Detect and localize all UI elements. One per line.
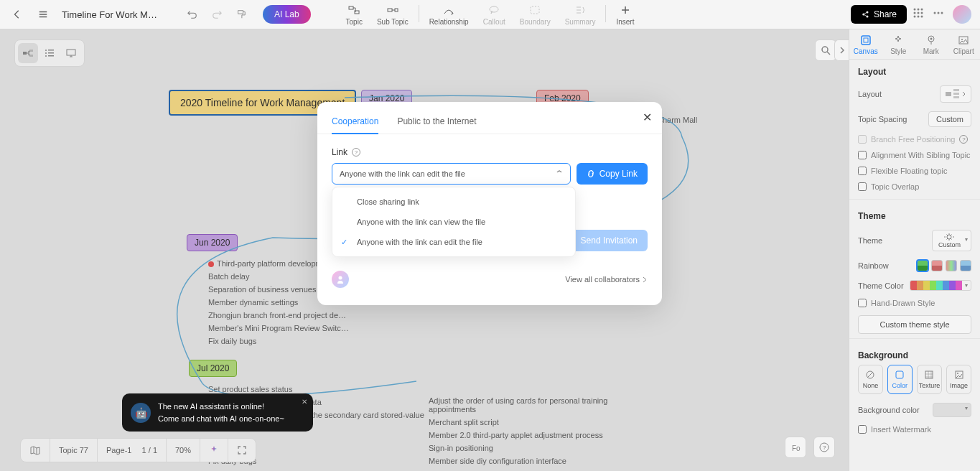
svg-point-52 bbox=[339, 276, 342, 280]
collaborator-avatar[interactable] bbox=[332, 271, 349, 288]
share-modal: ✕ Cooperation Public to the Internet Lin… bbox=[317, 102, 662, 305]
tab-public[interactable]: Public to the Internet bbox=[397, 116, 476, 134]
info-icon[interactable]: ? bbox=[352, 148, 360, 157]
link-label: Link bbox=[332, 147, 347, 157]
link-permission-select[interactable]: Anyone with the link can edit the file bbox=[332, 163, 571, 185]
view-all-label: View all collaborators bbox=[565, 275, 640, 284]
chevron-right-icon bbox=[643, 276, 648, 283]
tab-cooperation[interactable]: Cooperation bbox=[332, 116, 378, 134]
link-permission-dropdown: Close sharing link Anyone with the link … bbox=[332, 187, 576, 257]
check-icon: ✓ bbox=[341, 238, 347, 247]
link-icon bbox=[587, 169, 595, 178]
dropdown-item-close[interactable]: Close sharing link bbox=[332, 192, 575, 212]
dropdown-item-edit[interactable]: ✓ Anyone with the link can edit the file bbox=[332, 232, 575, 252]
person-icon bbox=[336, 275, 345, 284]
send-invitation-label: Send Invitation bbox=[581, 236, 638, 246]
dropdown-item-label: Anyone with the link can edit the file bbox=[357, 238, 482, 246]
view-all-collaborators[interactable]: View all collaborators bbox=[565, 275, 648, 284]
dropdown-item-view[interactable]: Anyone with the link can view the file bbox=[332, 212, 575, 232]
copy-link-button[interactable]: Copy Link bbox=[577, 163, 648, 185]
close-icon[interactable]: ✕ bbox=[643, 111, 652, 124]
copy-link-label: Copy Link bbox=[599, 169, 638, 179]
